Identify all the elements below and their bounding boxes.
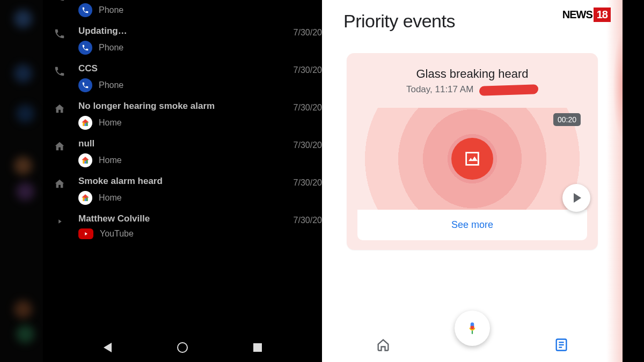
notification-row[interactable]: Updating…Phone7/30/20 [43, 21, 322, 59]
phone-icon [54, 0, 65, 2]
feed-tab[interactable] [553, 336, 570, 353]
event-title: Glass breaking heard [347, 67, 598, 81]
watermark-news: NEWS [562, 8, 592, 22]
priority-event-card[interactable]: Glass breaking heard Today, 11:17 AM 00:… [347, 53, 598, 250]
app-name: Phone [99, 80, 123, 90]
house-icon [54, 141, 65, 152]
house-icon [54, 178, 65, 190]
phone-icon [54, 65, 65, 77]
google-home-app: Priority events NEWS 18 Glass breaking h… [322, 0, 623, 362]
notification-row[interactable]: nullHome7/30/20 [43, 134, 322, 172]
phone-app-icon [78, 78, 92, 92]
house-icon [54, 103, 65, 115]
decorative-glow [613, 32, 623, 139]
notification-row[interactable]: No longer hearing smoke alarmHome7/30/20 [43, 97, 322, 134]
notification-title: No longer hearing smoke alarm [78, 101, 322, 112]
recent-icon [253, 343, 262, 352]
duration-badge: 00:20 [553, 113, 581, 126]
play-button[interactable] [562, 184, 590, 212]
phone-app-icon [78, 3, 92, 17]
youtube-icon [54, 216, 65, 227]
notification-list: Missed callPhone7/30/20Updating…Phone7/3… [43, 0, 322, 243]
app-name: Home [99, 118, 122, 128]
app-name: Home [99, 156, 122, 165]
see-more-button[interactable]: See more [357, 210, 587, 240]
nav-home-button[interactable] [172, 337, 193, 358]
back-icon [104, 343, 112, 352]
notification-date: 7/30/20 [294, 28, 322, 38]
feed-icon [554, 337, 569, 352]
notification-row[interactable]: Matthew ColvilleYouTube7/30/20 [43, 209, 322, 243]
news18-watermark: NEWS 18 [562, 8, 611, 22]
app-name: YouTube [100, 229, 134, 239]
notification-title: Smoke alarm heard [78, 176, 322, 187]
notification-date: 7/30/20 [294, 103, 322, 113]
home-circle-icon [177, 342, 188, 353]
youtube-app-icon [78, 228, 93, 239]
event-preview[interactable]: 00:20 [357, 108, 587, 210]
notification-date: 7/30/20 [294, 141, 322, 150]
notification-row[interactable]: CCSPhone7/30/20 [43, 59, 322, 97]
home-tab[interactable] [375, 336, 392, 353]
watermark-18: 18 [594, 8, 611, 22]
phone-app-icon [78, 41, 92, 55]
broken-image-icon [451, 138, 493, 180]
notification-title: CCS [78, 63, 322, 74]
notification-title: null [78, 138, 322, 149]
app-name: Phone [99, 5, 123, 15]
app-name: Phone [99, 43, 123, 53]
notification-row[interactable]: Missed callPhone7/30/20 [43, 0, 322, 21]
home-header: Priority events NEWS 18 [322, 0, 623, 37]
house-icon [376, 337, 391, 352]
event-subtitle: Today, 11:17 AM [347, 84, 598, 95]
home-app-icon [78, 116, 92, 130]
notification-title: Updating… [78, 26, 322, 36]
notification-date: 7/30/20 [294, 216, 322, 225]
home-bottom-nav [322, 328, 623, 362]
notification-date: 7/30/20 [294, 178, 322, 188]
home-app-icon [78, 153, 92, 167]
android-notification-log: Missed callPhone7/30/20Updating…Phone7/3… [43, 0, 322, 362]
phone-icon [54, 28, 65, 40]
nav-recent-button[interactable] [247, 337, 268, 358]
notification-row[interactable]: Smoke alarm heardHome7/30/20 [43, 172, 322, 209]
nav-back-button[interactable] [97, 337, 118, 358]
notification-title: Matthew Colville [78, 213, 322, 224]
blurred-sidebar [0, 0, 43, 362]
app-name: Home [99, 193, 122, 203]
event-time: Today, 11:17 AM [406, 84, 473, 94]
android-nav-bar [43, 333, 322, 362]
notification-date: 7/30/20 [294, 65, 322, 75]
play-icon [574, 193, 581, 203]
home-app-icon [78, 191, 92, 205]
redacted-text [479, 84, 538, 96]
